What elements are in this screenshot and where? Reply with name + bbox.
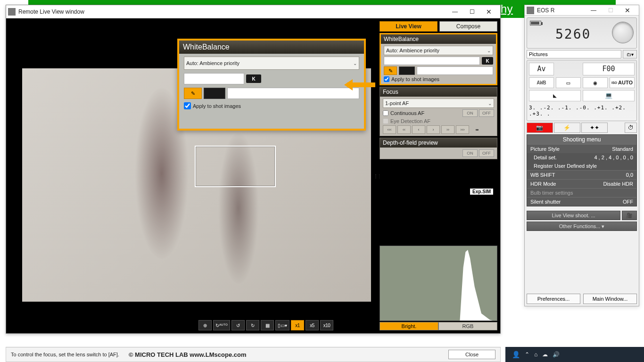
main-window-button[interactable]: Main Window...	[583, 294, 637, 304]
callout-wb-mode-value: Auto: Ambience priority	[186, 60, 239, 66]
liveview-title-bar[interactable]: Remote Live View window — ☐ ✕	[6, 5, 500, 18]
rotate-cw-icon[interactable]: ↻	[246, 320, 259, 330]
dof-on[interactable]: ON	[462, 149, 478, 157]
whitebalance-header: WhiteBalance	[381, 34, 496, 44]
shooting-menu-row[interactable]: HDR ModeDisable HDR	[527, 179, 636, 188]
callout-eyedropper-button[interactable]: ✎	[184, 88, 202, 99]
tab-live-view[interactable]: Live View	[380, 21, 438, 32]
iso-cell[interactable]: ISOAUTO	[610, 77, 635, 89]
save-folder[interactable]: Pictures	[527, 50, 621, 58]
tools-button[interactable]: ✦✦	[581, 123, 608, 133]
whitebalance-mode-dropdown[interactable]: Auto: Ambience priority ⌄	[384, 46, 493, 55]
target-icon[interactable]: ⊕	[198, 320, 212, 330]
histogram-tab-rgb[interactable]: RGB	[438, 322, 497, 330]
shooting-menu-row[interactable]: WB SHIFT0,0	[527, 170, 636, 179]
wb-cell[interactable]: AWB	[529, 77, 554, 89]
zoom-x5-button[interactable]: x5	[305, 320, 319, 330]
auto-icon[interactable]: ↻ᴬᵁᵀᴼ	[213, 320, 230, 330]
tray-cloud-icon[interactable]: ☁	[542, 351, 548, 358]
shooting-menu-row[interactable]: Silent shutterOFF	[527, 197, 636, 206]
focus-near-3[interactable]: ›››	[456, 125, 469, 134]
kelvin-input[interactable]	[384, 57, 480, 65]
callout-wb-shift-button[interactable]	[204, 88, 225, 99]
browse-folder-button[interactable]: 🗀▾	[623, 50, 637, 58]
eos-close-button[interactable]: ✕	[619, 5, 636, 16]
tray-chevron-icon[interactable]: ⌃	[525, 351, 529, 358]
grid-icon[interactable]: ▦	[261, 320, 274, 330]
focus-rectangle[interactable]	[195, 146, 276, 187]
tray-bt-icon[interactable]: ⌂	[534, 351, 537, 358]
windows-taskbar[interactable]: 👤 ⌃ ⌂ ☁ 🔊	[505, 347, 644, 362]
apply-to-shot-checkbox[interactable]: Apply to shot images	[384, 76, 493, 82]
focus-far-2[interactable]: ‹‹	[397, 125, 411, 134]
shooting-menu-row[interactable]: Register User Defined style	[527, 162, 636, 170]
dof-off[interactable]: OFF	[479, 149, 494, 157]
aperture-cell[interactable]: F00	[583, 63, 635, 75]
focus-near-1[interactable]: ›	[427, 125, 440, 134]
shooting-menu-head[interactable]: Shooting menu	[527, 135, 636, 144]
continuous-af-input[interactable]	[383, 110, 388, 116]
metering-cell[interactable]: ◉	[583, 77, 608, 89]
people-icon[interactable]: 👤	[512, 351, 520, 358]
callout-apply-checkbox[interactable]: Apply to shot images	[184, 102, 359, 109]
focus-mode-value: 1-point AF	[385, 100, 409, 106]
menu-row-key: WB SHIFT	[530, 172, 555, 178]
shutter-button[interactable]: 📷	[527, 123, 553, 133]
pane-splitter[interactable]	[375, 18, 380, 333]
shooting-menu-row[interactable]: Picture StyleStandard	[527, 144, 636, 153]
shooting-menu-row: Bulb timer settings	[527, 188, 636, 197]
eyedropper-button[interactable]: ✎	[384, 66, 397, 75]
quality-cell[interactable]: ◣	[529, 90, 581, 101]
eos-maximize-button[interactable]: ☐	[602, 5, 619, 16]
shooting-menu-row[interactable]: Detail set.4 , 2 , 4 , 0 , 0 , 0	[527, 153, 636, 162]
minimize-button[interactable]: —	[446, 6, 463, 17]
histogram-tab-bright[interactable]: Bright.	[380, 322, 438, 330]
continuous-af-checkbox[interactable]: Continuous AF	[383, 110, 424, 116]
maximize-button[interactable]: ☐	[463, 6, 480, 17]
other-functions-dropdown[interactable]: Other Functions... ▾	[527, 222, 637, 231]
apply-to-shot-input[interactable]	[384, 76, 389, 82]
apply-to-shot-label: Apply to shot images	[391, 76, 439, 82]
focus-mode-dropdown[interactable]: 1-point AF ⌄	[383, 99, 494, 108]
zoom-x10-button[interactable]: x10	[320, 320, 333, 330]
callout-apply-input[interactable]	[184, 102, 191, 109]
live-view-shoot-icon[interactable]: 🎥	[622, 211, 637, 220]
mode-dial[interactable]	[612, 22, 634, 43]
wb-shift-button[interactable]	[399, 66, 415, 75]
continuous-af-label: Continuous AF	[390, 110, 424, 116]
preferences-button[interactable]: Preferences...	[527, 294, 580, 304]
focus-near-2[interactable]: ››	[441, 125, 454, 134]
eos-title-bar[interactable]: EOS R — ☐ ✕	[525, 5, 639, 16]
menu-row-value: Standard	[612, 146, 633, 152]
menu-row-key: Silent shutter	[530, 199, 561, 205]
tray-volume-icon[interactable]: 🔊	[553, 351, 560, 358]
eos-title: EOS R	[537, 7, 585, 14]
zoom-x1-button[interactable]: x1	[291, 320, 304, 330]
callout-apply-label: Apply to shot images	[193, 103, 241, 109]
callout-kelvin-input[interactable]	[184, 73, 244, 84]
app-icon	[8, 8, 16, 16]
footer-close-button[interactable]: Close	[448, 350, 495, 359]
eos-minimize-button[interactable]: —	[585, 5, 602, 16]
whitebalance-panel: WhiteBalance Auto: Ambience priority ⌄ K…	[380, 33, 497, 85]
close-button[interactable]: ✕	[480, 6, 497, 17]
continuous-af-on[interactable]: ON	[462, 109, 478, 117]
eye-detection-input	[383, 118, 388, 124]
callout-wb-mode-dropdown[interactable]: Auto: Ambience priority ⌄	[184, 57, 359, 70]
live-view-shoot-button[interactable]: Live View shoot. ...	[527, 211, 620, 220]
flash-button[interactable]: ⚡	[554, 123, 580, 133]
tab-compose[interactable]: Compose	[439, 21, 497, 32]
drive-cell[interactable]: ▭	[556, 77, 581, 89]
continuous-af-off[interactable]: OFF	[479, 109, 494, 117]
dof-panel: Depth-of-field preview ON OFF	[380, 138, 497, 159]
aspect-icon[interactable]: ▯▭▾	[275, 320, 289, 330]
focus-far-3[interactable]: ‹‹‹	[383, 125, 396, 134]
menu-row-value: OFF	[623, 199, 633, 205]
focus-far-1[interactable]: ‹	[412, 125, 425, 134]
destination-cell[interactable]: 💻	[583, 90, 635, 101]
rotate-ccw-icon[interactable]: ↺	[231, 320, 245, 330]
mode-cell[interactable]: Av	[529, 63, 554, 75]
timer-button[interactable]: ⏱	[625, 123, 637, 133]
exposure-scale[interactable]: 3. .-2. .-1. .-0. .+1. .+2. .+3. .	[529, 103, 635, 119]
whitebalance-mode-value: Auto: Ambience priority	[386, 48, 439, 53]
